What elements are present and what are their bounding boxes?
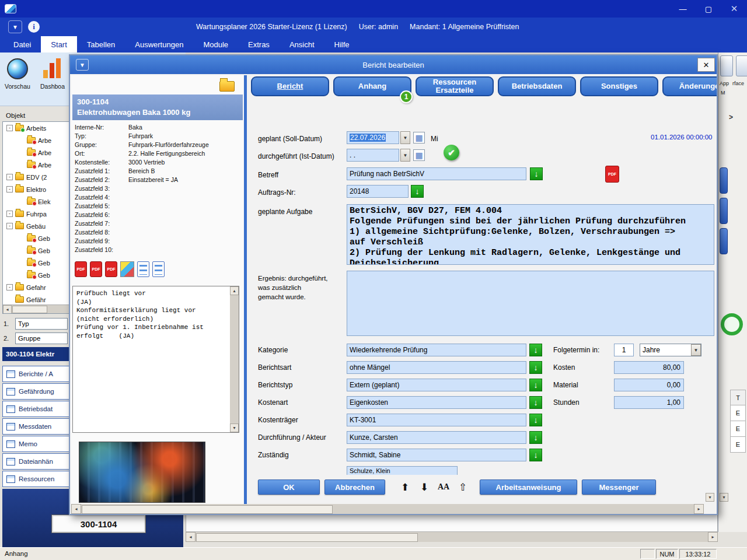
- betreff-picker-button[interactable]: ↓: [530, 167, 543, 180]
- auftrag-input[interactable]: 20148: [347, 185, 409, 198]
- font-size-icon[interactable]: AA: [435, 480, 452, 495]
- chevron-down-icon[interactable]: ▼: [691, 344, 701, 356]
- scroll-up-icon[interactable]: ▴: [230, 286, 239, 295]
- amount-input[interactable]: 80,00: [614, 361, 684, 374]
- tree-expander-icon[interactable]: -: [6, 186, 13, 192]
- scrollbar-thumb[interactable]: [12, 306, 47, 313]
- pdf-icon[interactable]: PDF: [605, 166, 619, 183]
- menu-item[interactable]: Extras: [238, 36, 280, 52]
- betreff-input[interactable]: Prüfung nach BetrSichV: [347, 167, 526, 180]
- durchgefuehrt-dropdown-icon[interactable]: ▼: [400, 149, 410, 162]
- download-arrow-icon[interactable]: ⬇: [416, 480, 432, 495]
- combo-picker-button[interactable]: ↓: [529, 361, 542, 374]
- messenger-button[interactable]: Messenger: [582, 480, 656, 495]
- combo-field[interactable]: ohne Mängel: [347, 361, 526, 374]
- combo-picker-button[interactable]: ↓: [529, 344, 542, 356]
- geplant-date-input[interactable]: 22.07.2026: [347, 131, 399, 144]
- combo-field[interactable]: Eigenkosten: [347, 396, 526, 409]
- toolbar-button-dashboard[interactable]: Dashboa: [36, 55, 69, 103]
- export-arrow-icon[interactable]: ⇧: [455, 480, 471, 495]
- combo-picker-button[interactable]: ↓: [529, 431, 542, 444]
- combo-picker-button[interactable]: ↓: [529, 379, 542, 391]
- scroll-left-icon[interactable]: ◂: [71, 504, 81, 514]
- dialog-tab[interactable]: Änderungen: [662, 76, 718, 96]
- filter-input-typ[interactable]: Typ: [15, 318, 68, 330]
- dialog-close-button[interactable]: ✕: [697, 58, 715, 72]
- combo-field[interactable]: KT-3001: [347, 414, 526, 426]
- info-icon[interactable]: i: [28, 21, 40, 33]
- menu-item[interactable]: Auswertungen: [125, 36, 193, 52]
- tree-expander-icon[interactable]: -: [6, 223, 13, 229]
- folgetermin-unit-select[interactable]: Jahre ▼: [640, 344, 701, 356]
- menu-item[interactable]: Module: [193, 36, 238, 52]
- dialog-tab[interactable]: Betriebsdaten: [498, 76, 576, 96]
- combo-field[interactable]: Extern (geplant): [347, 379, 526, 391]
- aufgabe-textarea[interactable]: BetrSichV, BGV D27, FEM 4.004 Folgende P…: [347, 204, 714, 265]
- folder-icon[interactable]: [219, 81, 235, 92]
- ok-button[interactable]: OK: [258, 480, 320, 495]
- dialog-tab[interactable]: Ressourcen Ersatzteile: [416, 76, 494, 96]
- auftrag-picker-button[interactable]: ↓: [411, 185, 424, 198]
- menu-item[interactable]: Ansicht: [280, 36, 324, 52]
- combo-picker-button[interactable]: ↓: [529, 449, 542, 461]
- dialog-tab[interactable]: Anhang 1: [333, 76, 411, 96]
- next-field-partial[interactable]: Schulze, Klein: [347, 466, 458, 475]
- rail-button[interactable]: [720, 167, 728, 194]
- amount-input[interactable]: 0,00: [614, 379, 684, 391]
- scroll-down-icon[interactable]: ▾: [706, 493, 714, 502]
- close-button[interactable]: ✕: [721, 0, 747, 18]
- notes-vertical-scrollbar[interactable]: ▴ ▾: [230, 286, 239, 432]
- amount-input[interactable]: 1,00: [614, 396, 684, 409]
- rail-button[interactable]: [720, 228, 728, 254]
- document-icon[interactable]: [137, 261, 149, 277]
- toolbar-button-vorschau[interactable]: Vorschau: [1, 55, 34, 103]
- menu-item[interactable]: Start: [41, 36, 76, 52]
- menu-item[interactable]: Tabellen: [77, 36, 125, 52]
- menu-item[interactable]: Hilfe: [324, 36, 359, 52]
- scroll-right-icon[interactable]: ▸: [694, 504, 704, 514]
- object-notes[interactable]: Prüfbuch liegt vor (JA) Konformitätserkl…: [72, 286, 239, 433]
- scrollbar-thumb[interactable]: [196, 533, 418, 542]
- durchgefuehrt-date-input[interactable]: . .: [347, 149, 399, 162]
- filter-input-gruppe[interactable]: Gruppe: [15, 332, 68, 344]
- combo-field[interactable]: Schmidt, Sabine: [347, 449, 526, 461]
- tree-expander-icon[interactable]: -: [6, 284, 13, 290]
- geplant-calendar-icon[interactable]: ▦: [413, 132, 425, 144]
- document-icon[interactable]: [152, 261, 165, 277]
- dialog-horizontal-scrollbar[interactable]: ◂ ▸: [71, 504, 704, 514]
- tree-expander-icon[interactable]: -: [6, 174, 13, 180]
- folgetermin-input[interactable]: 1: [614, 344, 634, 356]
- ribbon-menu-icon[interactable]: ▼: [8, 20, 22, 33]
- minimize-button[interactable]: —: [670, 0, 696, 18]
- pdf-icon[interactable]: PDF: [105, 261, 117, 277]
- maximize-button[interactable]: ▢: [696, 0, 721, 18]
- scroll-down-icon[interactable]: ▾: [720, 493, 728, 502]
- combo-field[interactable]: Wiederkehrende Prüfung: [347, 344, 526, 356]
- pdf-icon[interactable]: PDF: [90, 261, 102, 277]
- cancel-button[interactable]: Abbrechen: [324, 480, 385, 495]
- combo-field[interactable]: Kunze, Carsten: [347, 431, 526, 444]
- tree-expander-icon[interactable]: -: [6, 211, 13, 217]
- ergebnis-textarea[interactable]: [347, 271, 714, 336]
- combo-picker-button[interactable]: ↓: [529, 396, 542, 409]
- combo-picker-button[interactable]: ↓: [529, 414, 542, 426]
- image-file-icon[interactable]: [120, 261, 134, 277]
- tree-expander-icon[interactable]: -: [6, 125, 13, 131]
- object-photo-thumbnail[interactable]: [79, 442, 205, 503]
- geplant-dropdown-icon[interactable]: ▼: [400, 131, 410, 144]
- app-tile-icon[interactable]: [720, 55, 733, 76]
- dialog-tab[interactable]: Sonstiges: [580, 76, 658, 96]
- rail-button[interactable]: [720, 198, 728, 224]
- menu-item[interactable]: Datei: [4, 36, 41, 52]
- scroll-left-icon[interactable]: ◂: [186, 532, 196, 542]
- main-horizontal-scrollbar[interactable]: ◂ ▸: [186, 532, 718, 542]
- pdf-icon[interactable]: PDF: [75, 261, 87, 277]
- dialog-titlebar[interactable]: Bericht bearbeiten ▼ ✕: [70, 55, 717, 74]
- durchgefuehrt-calendar-icon[interactable]: ▦: [413, 149, 425, 161]
- import-arrow-icon[interactable]: ⬆: [397, 480, 413, 495]
- scroll-down-icon[interactable]: ▾: [230, 424, 239, 432]
- dialog-tab[interactable]: Bericht: [251, 76, 329, 96]
- scroll-right-icon[interactable]: ▸: [708, 532, 718, 542]
- surface-tile-icon[interactable]: [736, 55, 747, 76]
- scrollbar-thumb[interactable]: [82, 505, 333, 514]
